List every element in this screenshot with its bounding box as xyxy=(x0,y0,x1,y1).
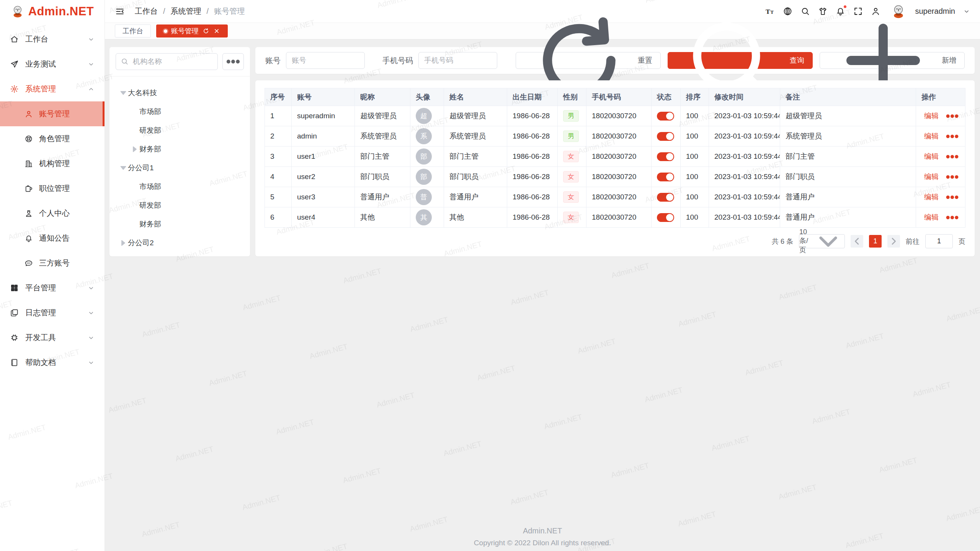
reset-button[interactable]: 重置 xyxy=(516,52,661,69)
tree-node[interactable]: 分公司2 xyxy=(116,233,244,252)
language-icon[interactable] xyxy=(783,7,792,16)
status-toggle[interactable] xyxy=(657,193,674,202)
next-page-button[interactable] xyxy=(887,235,900,248)
goto-page-input[interactable] xyxy=(925,234,953,248)
theme-icon[interactable] xyxy=(818,7,828,16)
add-button[interactable]: 新增 xyxy=(820,52,965,69)
cell-operations: 编辑 xyxy=(916,167,965,187)
cell-sort: 100 xyxy=(681,106,709,126)
more-actions-button[interactable] xyxy=(945,129,960,144)
status-toggle[interactable] xyxy=(657,152,674,161)
footer-title: Admin.NET xyxy=(105,527,980,535)
fullscreen-icon[interactable] xyxy=(853,7,863,16)
more-actions-button[interactable] xyxy=(945,190,960,205)
cell-gender: 女 xyxy=(558,147,586,167)
sidebar-item-dev-tools[interactable]: 开发工具 xyxy=(0,325,105,350)
status-toggle[interactable] xyxy=(657,213,674,222)
edit-button[interactable]: 编辑 xyxy=(921,192,939,202)
search-icon[interactable] xyxy=(800,7,810,16)
page-size-select[interactable]: 10条/页 xyxy=(799,234,845,248)
cell-modified-time: 2023-01-03 10:59:44 xyxy=(709,106,780,126)
breadcrumb-item: 账号管理 xyxy=(214,6,245,16)
row-operations: 编辑 xyxy=(921,129,960,144)
avatar: 普 xyxy=(416,189,432,205)
sidebar-item-label: 角色管理 xyxy=(39,134,70,144)
column-header: 昵称 xyxy=(355,88,410,106)
sidebar-item-account-manage[interactable]: 账号管理 xyxy=(0,101,105,126)
tree-node-label: 财务部 xyxy=(139,144,161,154)
sidebar-item-workbench[interactable]: 工作台 xyxy=(0,27,105,52)
sidebar-item-log-manage[interactable]: 日志管理 xyxy=(0,300,105,325)
cell-modified-time: 2023-01-03 10:59:44 xyxy=(709,147,780,167)
caret-collapsed-icon[interactable] xyxy=(119,238,128,248)
tab-label: 账号管理 xyxy=(171,26,199,36)
tree-node[interactable]: 研发部 xyxy=(116,121,244,140)
refresh-icon[interactable] xyxy=(203,28,209,34)
tree-node[interactable]: 分公司1 xyxy=(116,158,244,177)
caret-expanded-icon[interactable] xyxy=(119,163,128,173)
tree-node[interactable]: 大名科技 xyxy=(116,83,244,102)
table-header-row: 序号账号昵称头像姓名出生日期性别手机号码状态排序修改时间备注操作 xyxy=(265,88,965,106)
tools-icon xyxy=(10,333,19,342)
tree-node[interactable]: 财务部 xyxy=(116,140,244,158)
edit-button[interactable]: 编辑 xyxy=(921,172,939,182)
tab-workbench[interactable]: 工作台 xyxy=(115,24,151,37)
edit-button[interactable]: 编辑 xyxy=(921,212,939,222)
tree-node[interactable]: 研发部 xyxy=(116,196,244,215)
sidebar-item-position-manage[interactable]: 职位管理 xyxy=(0,176,105,201)
column-header: 姓名 xyxy=(444,88,507,106)
more-actions-button[interactable] xyxy=(945,170,960,184)
status-toggle[interactable] xyxy=(657,132,674,141)
sidebar-item-notice-announce[interactable]: 通知公告 xyxy=(0,226,105,251)
tab-account-manage[interactable]: 账号管理 xyxy=(156,24,228,37)
breadcrumb-item[interactable]: 工作台 xyxy=(135,6,158,16)
status-toggle[interactable] xyxy=(657,173,674,181)
tree-node[interactable]: 市场部 xyxy=(116,102,244,121)
sidebar-item-system-manage[interactable]: 系统管理 xyxy=(0,77,105,101)
edit-button[interactable]: 编辑 xyxy=(921,152,939,161)
notification-icon[interactable] xyxy=(836,7,845,16)
more-actions-button[interactable] xyxy=(945,210,960,225)
cell-remark: 普通用户 xyxy=(780,207,916,228)
more-actions-button[interactable] xyxy=(945,149,960,164)
main-area: 工作台 / 系统管理 / 账号管理 TTsuperadmin 工作台 账号管理 xyxy=(105,0,980,551)
column-header: 状态 xyxy=(652,88,681,106)
avatar: 部 xyxy=(416,148,432,165)
sidebar-item-role-manage[interactable]: 角色管理 xyxy=(0,126,105,151)
more-actions-button[interactable] xyxy=(945,109,960,124)
close-icon[interactable] xyxy=(213,28,220,34)
caret-collapsed-icon[interactable] xyxy=(130,145,139,154)
caret-expanded-icon[interactable] xyxy=(119,88,128,98)
phone-filter-input[interactable] xyxy=(418,52,497,69)
sidebar-item-help-docs[interactable]: 帮助文档 xyxy=(0,350,105,375)
breadcrumb-item[interactable]: 系统管理 xyxy=(171,6,201,16)
org-search-input[interactable] xyxy=(116,53,218,70)
user-icon[interactable] xyxy=(871,7,880,16)
collapse-menu-icon[interactable] xyxy=(115,7,125,16)
edit-button-label: 编辑 xyxy=(924,111,939,121)
query-button[interactable]: 查询 xyxy=(668,52,813,69)
tree-node-label: 研发部 xyxy=(139,201,161,210)
prev-page-button[interactable] xyxy=(851,235,863,248)
status-toggle[interactable] xyxy=(657,112,674,121)
app-logo[interactable]: Admin.NET xyxy=(0,0,105,23)
sidebar-item-business-test[interactable]: 业务测试 xyxy=(0,52,105,77)
account-filter-input[interactable] xyxy=(286,52,365,69)
sidebar-item-third-party-account[interactable]: 三方账号 xyxy=(0,251,105,276)
font-size-icon[interactable]: TT xyxy=(765,7,775,16)
sidebar-item-platform-manage[interactable]: 平台管理 xyxy=(0,276,105,300)
tree-node[interactable]: 财务部 xyxy=(116,215,244,233)
tree-more-button[interactable] xyxy=(222,53,244,70)
sidebar-item-personal-center[interactable]: 个人中心 xyxy=(0,201,105,226)
tree-node[interactable]: 市场部 xyxy=(116,177,244,196)
tree-node-label: 市场部 xyxy=(139,107,161,117)
edit-button[interactable]: 编辑 xyxy=(921,131,939,141)
edit-button[interactable]: 编辑 xyxy=(921,111,939,121)
cell-status xyxy=(652,167,681,187)
cell-remark: 系统管理员 xyxy=(780,126,916,147)
page-size-value: 10条/页 xyxy=(799,228,808,254)
sidebar-item-org-manage[interactable]: 机构管理 xyxy=(0,151,105,176)
page-number-active[interactable]: 1 xyxy=(869,235,882,248)
cell-birthdate: 1986-06-28 xyxy=(507,147,558,167)
column-header: 出生日期 xyxy=(507,88,558,106)
